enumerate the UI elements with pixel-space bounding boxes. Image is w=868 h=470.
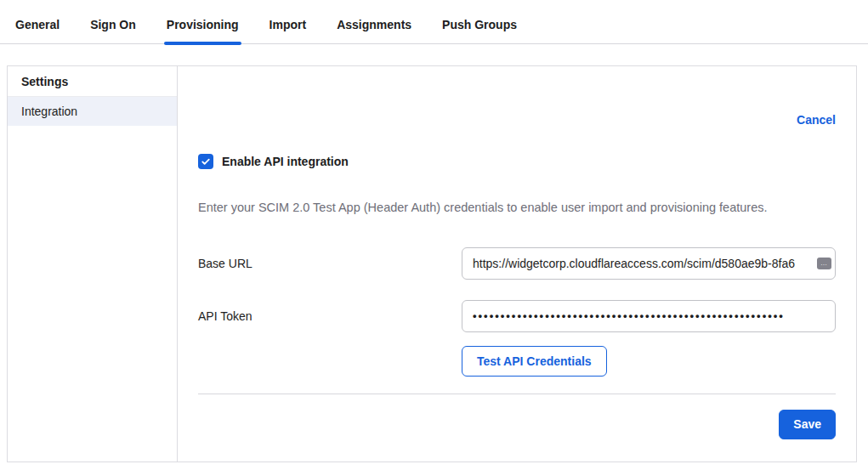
base-url-row: Base URL …	[198, 247, 836, 280]
footer-divider	[198, 394, 836, 394]
sidebar-header: Settings	[8, 66, 177, 97]
api-token-label: API Token	[198, 309, 462, 323]
tab-sign-on[interactable]: Sign On	[90, 18, 136, 43]
tab-push-groups[interactable]: Push Groups	[442, 18, 517, 43]
base-url-input-wrap: …	[462, 247, 836, 280]
settings-sidebar: Settings Integration	[8, 66, 178, 462]
tab-assignments[interactable]: Assignments	[337, 18, 411, 43]
app-tabbar: General Sign On Provisioning Import Assi…	[0, 0, 868, 44]
base-url-label: Base URL	[198, 257, 462, 270]
credentials-description: Enter your SCIM 2.0 Test App (Header Aut…	[198, 200, 836, 217]
provisioning-panel: Settings Integration Cancel Enable API i…	[7, 65, 857, 462]
cancel-button[interactable]: Cancel	[797, 113, 836, 127]
tab-provisioning[interactable]: Provisioning	[167, 18, 239, 43]
enable-api-row: Enable API integration	[198, 154, 836, 169]
save-button[interactable]: Save	[779, 410, 836, 439]
enable-api-checkbox[interactable]	[198, 154, 213, 169]
enable-api-label: Enable API integration	[222, 155, 349, 168]
tab-import[interactable]: Import	[269, 18, 307, 43]
base-url-input[interactable]	[462, 247, 836, 280]
sidebar-item-integration[interactable]: Integration	[8, 97, 177, 126]
input-overlay-icon[interactable]: …	[817, 258, 831, 269]
cancel-row: Cancel	[198, 66, 836, 127]
save-row: Save	[198, 410, 836, 439]
tab-general[interactable]: General	[15, 18, 60, 43]
integration-settings-form: Cancel Enable API integration Enter your…	[178, 66, 856, 462]
api-token-input-wrap	[462, 300, 836, 332]
checkmark-icon	[201, 156, 211, 167]
api-token-input[interactable]	[462, 300, 836, 332]
test-api-credentials-button[interactable]: Test API Credentials	[462, 346, 607, 377]
test-button-row: Test API Credentials	[198, 346, 836, 377]
api-token-row: API Token	[198, 300, 836, 332]
